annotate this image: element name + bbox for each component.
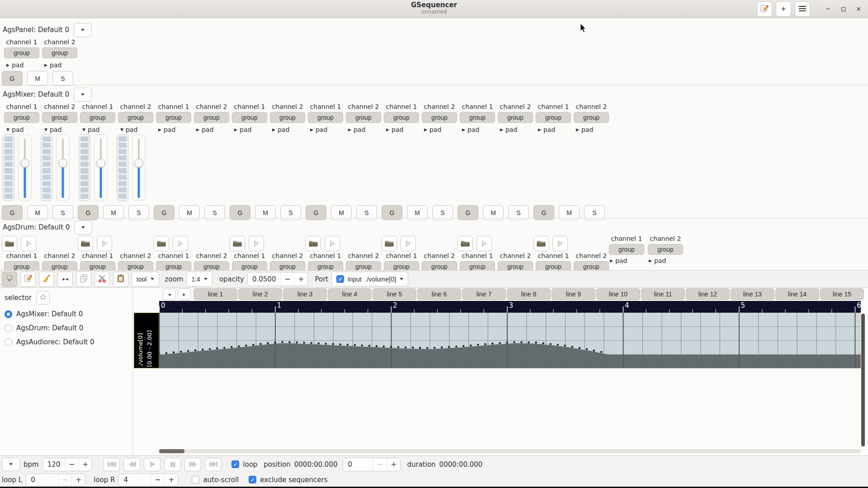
automation-point[interactable] <box>252 344 255 346</box>
position-increment-button[interactable]: + <box>387 458 400 471</box>
automation-point[interactable] <box>419 347 421 349</box>
rewind-button[interactable] <box>123 458 140 471</box>
automation-point[interactable] <box>173 352 175 354</box>
open-file-button[interactable] <box>154 236 169 251</box>
group-button[interactable]: group <box>574 261 609 270</box>
position-tool-button[interactable] <box>2 272 17 287</box>
loop-l-increment-button[interactable]: + <box>71 474 85 486</box>
automation-point[interactable] <box>383 346 385 348</box>
group-button[interactable]: group <box>80 112 115 123</box>
m-toggle-button[interactable]: M <box>27 71 48 86</box>
s-toggle-button[interactable]: S <box>52 71 73 86</box>
group-button[interactable]: group <box>346 261 381 270</box>
play-sample-button[interactable] <box>173 236 188 251</box>
pad-expander[interactable]: ▶pad <box>344 126 365 133</box>
play-sample-button[interactable] <box>21 236 36 251</box>
loop-l-input[interactable]: 0 <box>26 476 58 484</box>
pad-expander[interactable]: ▶pad <box>609 257 627 264</box>
selector-option-3[interactable]: AgsAudiorec: Default 0 <box>5 337 132 347</box>
automation-point[interactable] <box>202 349 204 351</box>
automation-point[interactable] <box>259 343 262 345</box>
group-button[interactable]: group <box>384 112 419 123</box>
port-dropdown[interactable]: ✓ input ./volume[0] <box>331 272 408 286</box>
group-button[interactable]: group <box>270 112 305 123</box>
automation-point[interactable] <box>405 347 407 349</box>
group-button[interactable]: group <box>118 112 153 123</box>
edit-notation-button[interactable] <box>757 1 772 17</box>
clear-tool-button[interactable] <box>39 272 54 287</box>
line-tab-9[interactable]: line 9 <box>552 288 595 300</box>
hamburger-menu-button[interactable] <box>795 1 810 17</box>
play-button[interactable] <box>144 458 160 471</box>
tabs-prev-button[interactable]: ◂ <box>163 288 176 300</box>
group-button[interactable]: group <box>498 112 533 123</box>
pad-expander[interactable]: ▶pad <box>534 126 555 133</box>
group-button[interactable]: group <box>536 112 571 123</box>
paste-button[interactable] <box>113 272 128 287</box>
automation-point[interactable] <box>223 347 226 349</box>
group-button[interactable]: group <box>194 261 229 270</box>
open-file-button[interactable] <box>382 236 397 251</box>
group-button[interactable]: group <box>118 261 153 270</box>
open-file-button[interactable] <box>78 236 93 251</box>
group-button[interactable]: group <box>232 112 267 123</box>
group-button[interactable]: group <box>42 112 77 123</box>
selector-option-2[interactable]: AgsDrum: Default 0 <box>5 323 132 333</box>
line-tab-12[interactable]: line 12 <box>686 288 730 300</box>
line-tab-13[interactable]: line 13 <box>731 288 774 300</box>
pad-expander[interactable]: ▶pad <box>382 126 403 133</box>
automation-point[interactable] <box>180 351 182 353</box>
vertical-scrollbar[interactable] <box>861 314 865 446</box>
automation-point[interactable] <box>484 343 486 345</box>
automation-point[interactable] <box>325 343 327 345</box>
selector-option-1[interactable]: AgsMixer: Default 0 <box>5 309 132 319</box>
pad-expander[interactable]: ▶pad <box>41 61 61 69</box>
automation-point[interactable] <box>564 344 566 347</box>
automation-point[interactable] <box>281 341 283 343</box>
pad-expander[interactable]: ▶pad <box>193 126 213 133</box>
pad-expander[interactable]: ▼pad <box>117 126 137 133</box>
automation-point[interactable] <box>310 342 312 344</box>
automation-point[interactable] <box>361 344 363 347</box>
automation-point[interactable] <box>412 347 414 349</box>
group-button[interactable]: group <box>270 261 305 270</box>
pad-expander[interactable]: ▶pad <box>307 126 327 133</box>
automation-point[interactable] <box>368 345 371 347</box>
group-button[interactable]: group <box>4 112 39 123</box>
automation-point[interactable] <box>542 342 544 344</box>
open-file-button[interactable] <box>458 236 473 251</box>
line-tab-14[interactable]: line 14 <box>775 288 819 300</box>
automation-point[interactable] <box>593 349 595 352</box>
exclude-sequencers-checkbox[interactable]: ✓ <box>249 476 256 483</box>
slider-knob[interactable] <box>20 159 29 168</box>
automation-point[interactable] <box>426 347 429 349</box>
line-tab-6[interactable]: line 6 <box>417 288 461 300</box>
horizontal-scrollbar-handle[interactable] <box>159 449 184 453</box>
edit-tool-button[interactable] <box>20 272 36 287</box>
bpm-increment-button[interactable]: + <box>78 458 92 471</box>
open-file-button[interactable] <box>306 236 321 251</box>
position-decrement-button[interactable]: − <box>373 458 387 471</box>
automation-point[interactable] <box>209 348 211 350</box>
maximize-button[interactable] <box>837 5 849 13</box>
agspanel-menu-dropdown[interactable] <box>74 23 92 37</box>
line-tab-7[interactable]: line 7 <box>462 288 506 300</box>
group-button[interactable]: group <box>80 261 115 270</box>
g-toggle-button[interactable]: G <box>2 71 23 86</box>
automation-point[interactable] <box>528 341 530 343</box>
close-button[interactable]: × <box>853 5 864 14</box>
automation-point[interactable] <box>238 345 240 347</box>
group-button[interactable]: group <box>384 261 419 270</box>
automation-point[interactable] <box>303 342 305 344</box>
volume-slider[interactable] <box>132 134 146 201</box>
pad-expander[interactable]: ▶pad <box>496 126 517 133</box>
group-button[interactable]: group <box>42 261 77 270</box>
pad-expander[interactable]: ▶pad <box>155 126 175 133</box>
automation-point[interactable] <box>187 350 189 352</box>
open-file-button[interactable] <box>230 236 245 251</box>
opacity-increment-button[interactable]: + <box>294 272 307 286</box>
automation-point[interactable] <box>397 346 400 348</box>
automation-point[interactable] <box>194 349 197 352</box>
automation-point[interactable] <box>267 342 269 344</box>
line-tab-2[interactable]: line 2 <box>238 288 282 300</box>
